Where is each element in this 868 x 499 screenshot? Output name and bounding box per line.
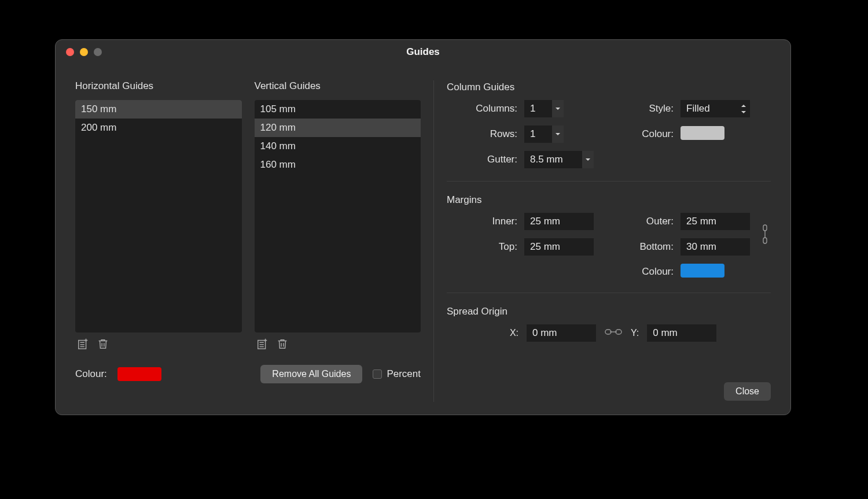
- gutter-label: Gutter:: [447, 154, 521, 165]
- style-label: Style:: [603, 103, 677, 114]
- column-colour-swatch[interactable]: [681, 126, 724, 140]
- link-margins-icon[interactable]: [759, 224, 771, 245]
- style-combo[interactable]: Filled: [681, 100, 750, 117]
- top-field[interactable]: 25 mm: [524, 238, 594, 256]
- bottom-field[interactable]: 30 mm: [681, 238, 750, 256]
- svg-rect-16: [763, 225, 767, 231]
- list-item[interactable]: 140 mm: [255, 137, 421, 156]
- list-item[interactable]: 150 mm: [75, 100, 242, 119]
- outer-field[interactable]: 25 mm: [681, 213, 750, 230]
- column-guides-heading: Column Guides: [447, 82, 771, 93]
- add-guide-button[interactable]: [256, 337, 270, 351]
- chevron-down-icon[interactable]: [552, 100, 564, 117]
- column-colour-label: Colour:: [603, 128, 677, 140]
- chevron-down-icon[interactable]: [552, 125, 564, 143]
- percent-label: Percent: [387, 368, 421, 380]
- percent-checkbox[interactable]: [373, 369, 382, 379]
- close-button[interactable]: Close: [724, 382, 771, 401]
- bottom-label: Bottom:: [603, 241, 677, 253]
- list-item[interactable]: 160 mm: [255, 156, 421, 174]
- gutter-field[interactable]: 8.5 mm: [524, 151, 594, 168]
- chevron-down-icon[interactable]: [582, 151, 594, 168]
- window-title: Guides: [56, 46, 790, 58]
- spread-origin-heading: Spread Origin: [447, 306, 771, 317]
- remove-all-guides-button[interactable]: Remove All Guides: [260, 365, 362, 383]
- margins-heading: Margins: [447, 194, 771, 206]
- list-item[interactable]: 200 mm: [75, 119, 242, 137]
- vertical-guides-list[interactable]: 105 mm 120 mm 140 mm 160 mm: [255, 100, 421, 332]
- horizontal-guides-heading: Horizontal Guides: [75, 80, 242, 92]
- horizontal-guides-list[interactable]: 150 mm 200 mm: [75, 100, 242, 332]
- titlebar: Guides: [56, 40, 790, 64]
- guides-colour-label: Colour:: [75, 368, 107, 380]
- updown-icon: [741, 100, 746, 117]
- spread-x-label: X:: [447, 328, 518, 338]
- link-origin-icon[interactable]: [604, 328, 623, 338]
- margin-colour-swatch[interactable]: [681, 264, 724, 278]
- guides-dialog: Guides Horizontal Guides 150 mm 200 mm: [55, 39, 791, 415]
- rows-label: Rows:: [447, 128, 521, 140]
- guides-colour-swatch[interactable]: [117, 367, 161, 381]
- vertical-guides-heading: Vertical Guides: [255, 80, 421, 92]
- spread-x-field[interactable]: 0 mm: [527, 324, 596, 342]
- columns-stepper[interactable]: 1: [524, 100, 564, 117]
- delete-guide-button[interactable]: [275, 337, 289, 351]
- add-guide-button[interactable]: [76, 337, 90, 351]
- margin-colour-label: Colour:: [603, 266, 677, 278]
- spread-y-field[interactable]: 0 mm: [647, 324, 716, 342]
- delete-guide-button[interactable]: [96, 337, 110, 351]
- svg-rect-17: [763, 238, 767, 243]
- list-item[interactable]: 120 mm: [255, 119, 421, 137]
- list-item[interactable]: 105 mm: [255, 100, 421, 119]
- outer-label: Outer:: [603, 216, 677, 227]
- columns-label: Columns:: [447, 103, 521, 114]
- inner-label: Inner:: [447, 216, 521, 227]
- top-label: Top:: [447, 241, 521, 253]
- rows-stepper[interactable]: 1: [524, 125, 564, 143]
- inner-field[interactable]: 25 mm: [524, 213, 594, 230]
- spread-y-label: Y:: [631, 328, 639, 338]
